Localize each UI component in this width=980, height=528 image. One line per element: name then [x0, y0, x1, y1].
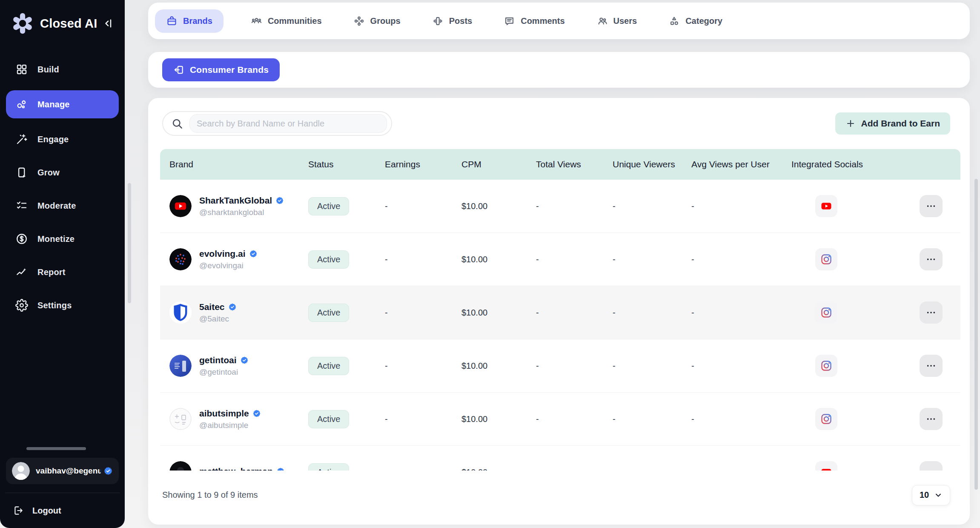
sidebar-item-label: Build: [37, 65, 59, 75]
tab-comments[interactable]: Comments: [499, 9, 569, 33]
verified-badge-icon: [252, 409, 261, 418]
add-brand-to-earn-button[interactable]: Add Brand to Earn: [835, 112, 950, 135]
status-badge: Active: [308, 357, 349, 375]
total-views-cell: -: [536, 308, 613, 318]
row-actions-button[interactable]: [920, 301, 943, 324]
logout-label: Logout: [32, 506, 61, 516]
tab-users[interactable]: Users: [592, 9, 642, 33]
verified-badge-icon: [276, 467, 285, 471]
total-views-cell: -: [536, 414, 613, 424]
row-actions-button[interactable]: [920, 461, 943, 471]
total-views-cell: -: [536, 201, 613, 211]
users-icon: [596, 15, 608, 27]
avg-views-cell: -: [691, 308, 791, 318]
sidebar-item-manage[interactable]: Manage: [6, 90, 119, 118]
earnings-cell: -: [385, 361, 461, 371]
unique-viewers-cell: -: [613, 414, 691, 424]
actions-cell: [904, 301, 959, 324]
brand-handle: @5aitec: [199, 314, 237, 324]
sidebar-item-settings[interactable]: Settings: [6, 293, 119, 318]
app-title: Closed AI: [40, 17, 101, 31]
youtube-icon: [815, 461, 837, 471]
brand-avatar: [169, 195, 192, 217]
ellipsis-icon: [926, 201, 937, 212]
verified-badge-icon: [275, 196, 284, 205]
instagram-icon: [815, 355, 837, 377]
trend-icon: [15, 266, 28, 278]
brand-avatar: [169, 408, 192, 430]
logout-button[interactable]: Logout: [4, 493, 120, 520]
total-views-cell: -: [536, 468, 613, 471]
column-header: Earnings: [385, 159, 461, 169]
column-header: Brand: [169, 159, 308, 169]
tab-label: Category: [685, 16, 722, 26]
brand-avatar: [169, 355, 192, 377]
sidebar-item-engage[interactable]: Engage: [6, 127, 119, 152]
column-header: Integrated Socials: [791, 159, 904, 169]
sidebar-item-build[interactable]: Build: [6, 57, 119, 82]
tab-label: Communities: [268, 16, 322, 26]
row-actions-button[interactable]: [920, 408, 943, 430]
brand-search: [162, 111, 392, 136]
column-header: CPM: [461, 159, 536, 169]
user-email: vaibhav@begenu...: [36, 466, 101, 476]
page-size-select[interactable]: 10: [912, 485, 950, 505]
consumer-brands-label: Consumer Brands: [190, 65, 269, 75]
brand-handle: @sharktankglobal: [199, 208, 284, 217]
bubbles-icon: [15, 98, 28, 111]
enter-brand-icon: [173, 64, 184, 75]
unique-viewers-cell: -: [613, 468, 691, 471]
sidebar-collapse-icon[interactable]: [101, 16, 115, 31]
brand-name-line: aibutsimple: [199, 408, 261, 419]
tab-label: Users: [613, 16, 637, 26]
sidebar-item-monetize[interactable]: Monetize: [6, 227, 119, 251]
tab-communities[interactable]: Communities: [246, 9, 326, 33]
cpm-cell: $10.00: [461, 308, 536, 318]
user-card[interactable]: vaibhav@begenu...: [6, 458, 119, 484]
sidebar-item-report[interactable]: Report: [6, 260, 119, 284]
briefcase-icon: [166, 15, 178, 27]
earnings-cell: -: [385, 308, 461, 318]
chevron-down-icon: [934, 491, 943, 499]
status-cell: Active: [308, 463, 385, 471]
ellipsis-icon: [926, 413, 937, 425]
status-badge: Active: [308, 197, 349, 215]
dollar-icon: [15, 232, 28, 245]
plus-icon: [845, 118, 856, 129]
brand-names: evolving.ai@evolvingai: [199, 249, 258, 270]
row-actions-button[interactable]: [920, 248, 943, 270]
tab-category[interactable]: Category: [664, 9, 727, 33]
socials-cell: [791, 408, 904, 430]
brand-name: SharkTankGlobal: [199, 195, 272, 206]
brands-table-card: Add Brand to Earn BrandStatusEarningsCPM…: [148, 98, 970, 525]
row-actions-button[interactable]: [920, 195, 943, 217]
column-header: Unique Viewers: [613, 159, 691, 169]
status-badge: Active: [308, 304, 349, 322]
search-input[interactable]: [189, 114, 387, 133]
avg-views-cell: -: [691, 468, 791, 471]
tab-groups[interactable]: Groups: [349, 9, 405, 33]
row-actions-button[interactable]: [920, 355, 943, 377]
tab-brands[interactable]: Brands: [155, 9, 224, 33]
unique-viewers-cell: -: [613, 255, 691, 264]
sidebar-nav: BuildManageEngageGrowModerateMonetizeRep…: [0, 57, 125, 318]
avg-views-cell: -: [691, 361, 791, 371]
sidebar-item-grow[interactable]: Grow: [6, 160, 119, 185]
tab-label: Groups: [370, 16, 401, 26]
sidebar-item-moderate[interactable]: Moderate: [6, 193, 119, 218]
table-header-row: BrandStatusEarningsCPMTotal ViewsUnique …: [160, 149, 960, 180]
user-avatar: [12, 462, 30, 480]
column-header: Total Views: [536, 159, 613, 169]
socials-cell: [791, 248, 904, 270]
closed-ai-logo-icon: [9, 10, 36, 37]
comments-icon: [504, 15, 515, 27]
table-body: SharkTankGlobal@sharktankglobalActive-$1…: [160, 180, 960, 471]
page-scrollbar[interactable]: [974, 179, 978, 490]
sidebar-scrollbar[interactable]: [128, 183, 131, 303]
brand-cell: getintoai@getintoai: [169, 355, 308, 377]
tab-posts[interactable]: Posts: [428, 9, 476, 33]
sidebar-scroll-handle[interactable]: [26, 447, 86, 450]
avg-views-cell: -: [691, 414, 791, 424]
consumer-brands-button[interactable]: Consumer Brands: [162, 58, 280, 81]
earnings-cell: -: [385, 255, 461, 264]
